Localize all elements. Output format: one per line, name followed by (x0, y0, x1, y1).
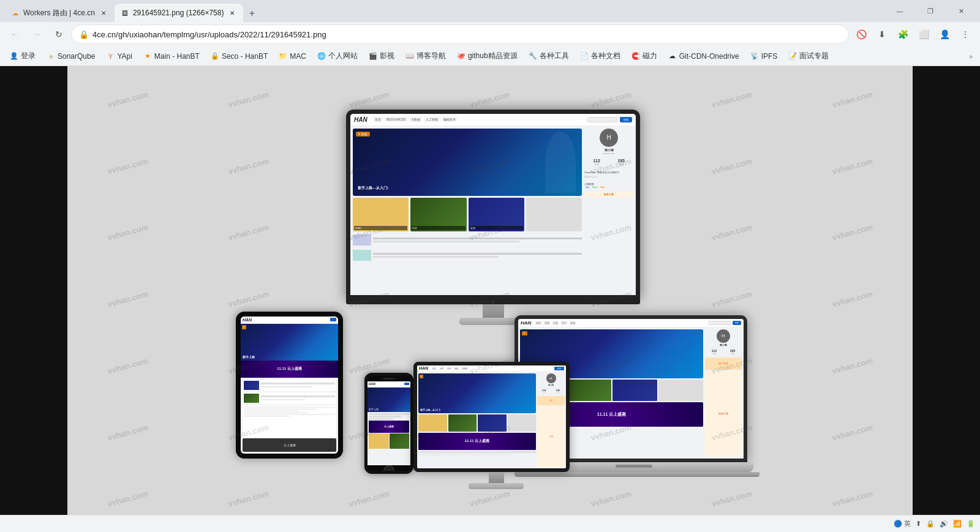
wm-35: vvhan.com (785, 318, 919, 413)
tab-favicon-image: 🖼 (121, 9, 129, 17)
bookmark-icon-ipfs: 📡 (750, 52, 759, 61)
desktop-button[interactable]: ⬜ (914, 24, 933, 44)
profile-button[interactable]: 👤 (935, 24, 954, 44)
gray-center: vvhan.com vvhan.com vvhan.com vvhan.com … (67, 66, 913, 532)
tab-close-image[interactable]: ✕ (227, 8, 237, 18)
nav-right-buttons: 🚫 ⬇ 🧩 ⬜ 👤 ⋮ (851, 24, 975, 44)
bookmark-interview[interactable]: 📝 面试专题 (783, 48, 834, 64)
wm-21: vvhan.com (785, 185, 919, 280)
bookmark-secohanbt[interactable]: 🔒 Seco - HanBT (206, 48, 273, 64)
network-icon: 📶 (953, 520, 962, 528)
tab-group: ☁ Workers 路由 | 4ce.cn ✕ 🖼 291645921.png … (5, 0, 883, 22)
bookmark-github[interactable]: 🐙 github精品资源 (452, 48, 522, 64)
bookmarks-overflow[interactable]: » (967, 53, 975, 60)
black-side-right (913, 66, 980, 532)
bookmark-website[interactable]: 🌐 个人网站 (312, 48, 363, 64)
bookmark-mainhanbt[interactable]: ★ Main - HanBT (138, 48, 205, 64)
battery-icon: 🔋 (967, 520, 975, 528)
bookmark-docs[interactable]: 📄 各种文档 (575, 48, 625, 64)
language-icon: 🔵 (894, 520, 902, 528)
bookmark-icon-video: 🎬 (369, 52, 377, 61)
upload-icon: ⬆ (916, 520, 921, 528)
mockup-scene: HAN 首页 RESOURCES 大数据 人工智能 编程技术 (224, 110, 756, 489)
tab-workers[interactable]: ☁ Workers 路由 | 4ce.cn ✕ (5, 4, 115, 22)
bookmark-icon-website: 🌐 (317, 52, 326, 61)
bookmark-label-gitcdn: Git-CDN-Onedrive (679, 52, 739, 61)
minimize-button[interactable]: — (886, 2, 914, 20)
status-upload[interactable]: ⬆ (916, 520, 921, 528)
close-button[interactable]: ✕ (947, 2, 975, 20)
bookmark-icon-sonarqube: ◆ (47, 52, 55, 61)
status-battery[interactable]: 🔋 (967, 520, 975, 528)
forward-button[interactable]: → (27, 24, 47, 44)
back-button[interactable]: ← (5, 24, 24, 44)
bookmarks-bar: 👤 登录 ◆ SonarQube Y YApi ★ Main - HanBT 🔒… (0, 47, 980, 66)
tab-close-workers[interactable]: ✕ (99, 8, 108, 18)
reload-button[interactable]: ↻ (49, 24, 69, 44)
bookmark-label-mac: MAC (290, 52, 306, 61)
bookmark-label-interview: 面试专题 (799, 51, 829, 61)
bookmark-icon-login: 👤 (10, 52, 18, 61)
bookmark-icon-mac: 📁 (279, 52, 287, 61)
bookmark-icon-blog: 📖 (405, 52, 414, 61)
page-content: vvhan.com vvhan.com vvhan.com vvhan.com … (0, 66, 980, 532)
volume-icon: 🔊 (940, 520, 948, 528)
new-tab-button[interactable]: + (243, 5, 260, 22)
bookmark-video[interactable]: 🎬 影视 (364, 48, 399, 64)
bookmark-blog[interactable]: 📖 博客导航 (401, 48, 451, 64)
bookmark-label-video: 影视 (380, 51, 394, 61)
bookmark-tools[interactable]: 🔧 各种工具 (524, 48, 574, 64)
wm-15: vvhan.com (61, 185, 195, 280)
laptop-1111-banner: 11.11 云上盛惠 (597, 411, 626, 418)
bookmark-label-login: 登录 (21, 51, 36, 61)
bookmark-mac[interactable]: 📁 MAC (274, 48, 311, 64)
bookmark-label-docs: 各种文档 (591, 51, 620, 61)
bookmark-icon-interview: 📝 (788, 52, 797, 61)
tab-favicon-workers: ☁ (11, 9, 20, 17)
bookmark-label-tools: 各种工具 (540, 51, 569, 61)
wm-22: vvhan.com (61, 251, 195, 347)
bookmark-ipfs[interactable]: 📡 IPFS (745, 48, 783, 64)
address-input[interactable] (92, 30, 841, 39)
tab-title-image: 291645921.png (1266×758) (133, 9, 224, 17)
bookmark-icon-magnet: 🧲 (631, 52, 640, 61)
download-button[interactable]: ⬇ (872, 24, 892, 44)
status-volume[interactable]: 🔊 (940, 520, 948, 528)
bookmark-label-magnet: 磁力 (643, 51, 657, 61)
wm-1: vvhan.com (61, 66, 195, 147)
wm-8: vvhan.com (61, 118, 195, 214)
bookmark-login[interactable]: 👤 登录 (5, 48, 40, 64)
status-lock[interactable]: 🔒 (926, 520, 935, 528)
black-side-left (0, 66, 67, 532)
bookmark-sonarqube[interactable]: ◆ SonarQube (42, 48, 100, 64)
device-phone: HAN 新手上路 云上盛惠 (364, 373, 413, 474)
clear-button[interactable]: 🚫 (851, 24, 871, 44)
bookmark-label-ipfs: IPFS (761, 52, 778, 61)
extensions-button[interactable]: 🧩 (893, 24, 913, 44)
wm-29: vvhan.com (61, 318, 195, 413)
restore-button[interactable]: ❐ (916, 2, 944, 20)
title-bar: ☁ Workers 路由 | 4ce.cn ✕ 🖼 291645921.png … (0, 0, 980, 22)
status-language[interactable]: 🔵 英 (894, 519, 911, 528)
device-imac: HAN 首页 文章 分类 友链 大数据 搜索 (413, 362, 579, 489)
wm-36: vvhan.com (61, 384, 195, 480)
bookmark-icon-secohanbt: 🔒 (211, 52, 219, 61)
bookmark-magnet[interactable]: 🧲 磁力 (627, 48, 662, 64)
bookmark-icon-yapi: Y (106, 52, 115, 61)
tab-title-workers: Workers 路由 | 4ce.cn (23, 8, 95, 18)
status-right-area: 🔵 英 ⬆ 🔒 🔊 📶 🔋 (894, 519, 975, 528)
status-network[interactable]: 📶 (953, 520, 962, 528)
lock-icon: 🔒 (926, 520, 935, 528)
address-bar-container[interactable]: 🔒 (71, 24, 849, 44)
bookmark-label-secohanbt: Seco - HanBT (222, 52, 268, 61)
tab-image[interactable]: 🖼 291645921.png (1266×758) ✕ (115, 4, 243, 22)
bookmark-label-github: github精品资源 (468, 51, 518, 61)
bookmark-icon-mainhanbt: ★ (143, 52, 152, 61)
bookmark-gitcdn[interactable]: ☁ Git-CDN-Onedrive (663, 48, 744, 64)
menu-button[interactable]: ⋮ (956, 24, 975, 44)
wm-7: vvhan.com (785, 66, 919, 147)
bookmark-label-yapi: YApi (117, 52, 132, 61)
bookmark-icon-github: 🐙 (457, 52, 466, 61)
bookmark-yapi[interactable]: Y YApi (101, 48, 137, 64)
bookmark-icon-gitcdn: ☁ (668, 52, 677, 61)
